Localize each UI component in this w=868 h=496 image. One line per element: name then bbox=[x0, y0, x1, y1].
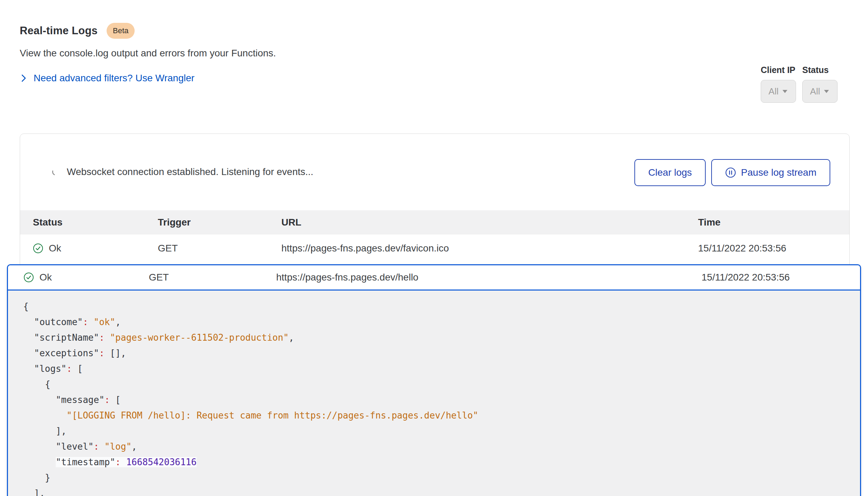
table-row-selected[interactable]: Ok GET https://pages-fns.pages.dev/hello… bbox=[8, 265, 860, 291]
column-header-url: URL bbox=[281, 217, 698, 228]
client-ip-filter-select[interactable]: All bbox=[761, 80, 796, 103]
wrangler-link[interactable]: Need advanced filters? Use Wrangler bbox=[20, 73, 276, 84]
row-status: Ok bbox=[49, 243, 61, 254]
code-line: } bbox=[23, 470, 860, 486]
row-time: 15/11/2022 20:53:56 bbox=[702, 272, 860, 283]
column-header-status: Status bbox=[33, 217, 158, 228]
pause-log-stream-label: Pause log stream bbox=[741, 167, 816, 178]
caret-down-icon bbox=[782, 89, 788, 94]
code-line: "outcome": "ok", bbox=[23, 314, 860, 330]
client-ip-filter-value: All bbox=[769, 86, 779, 97]
websocket-status-line: Websocket connection established. Listen… bbox=[52, 166, 313, 177]
caret-down-icon bbox=[823, 89, 830, 94]
clear-logs-label: Clear logs bbox=[648, 167, 692, 178]
beta-badge: Beta bbox=[107, 23, 135, 39]
row-trigger: GET bbox=[149, 272, 276, 283]
status-filter-value: All bbox=[810, 86, 820, 97]
code-line: "[LOGGING FROM /hello]: Request came fro… bbox=[23, 408, 860, 423]
row-url: https://pages-fns.pages.dev/favicon.ico bbox=[281, 243, 698, 254]
code-line: "timestamp": 1668542036116 bbox=[23, 454, 860, 470]
filters: Client IP All Status All bbox=[761, 65, 838, 103]
status-ok-icon bbox=[33, 243, 43, 254]
row-status: Ok bbox=[39, 272, 52, 283]
code-line: ], bbox=[23, 423, 860, 439]
wrangler-link-label: Need advanced filters? Use Wrangler bbox=[34, 73, 195, 84]
log-json-code: { "outcome": "ok", "scriptName": "pages-… bbox=[8, 291, 860, 496]
status-ok-icon bbox=[24, 272, 34, 283]
panel-buttons: Clear logs Pause log stream bbox=[634, 159, 830, 186]
code-line: "exceptions": [], bbox=[23, 346, 860, 361]
pause-icon bbox=[725, 167, 736, 178]
row-time: 15/11/2022 20:53:56 bbox=[698, 243, 849, 254]
code-line: ], bbox=[23, 486, 860, 496]
pause-log-stream-button[interactable]: Pause log stream bbox=[711, 159, 830, 186]
page-subtitle: View the console.log output and errors f… bbox=[20, 48, 276, 59]
page-title: Real-time Logs bbox=[20, 25, 98, 37]
spinner-icon bbox=[52, 168, 60, 176]
websocket-status-text: Websocket connection established. Listen… bbox=[67, 166, 313, 177]
code-line: { bbox=[23, 299, 860, 314]
column-header-trigger: Trigger bbox=[158, 217, 281, 228]
code-line: "scriptName": "pages-worker--611502-prod… bbox=[23, 330, 860, 346]
code-line: "level": "log", bbox=[23, 439, 860, 454]
code-line: { bbox=[23, 377, 860, 392]
row-trigger: GET bbox=[158, 243, 281, 254]
chevron-right-icon bbox=[20, 74, 27, 83]
table-row[interactable]: Ok GET https://pages-fns.pages.dev/favic… bbox=[20, 235, 849, 262]
expanded-log-entry: Ok GET https://pages-fns.pages.dev/hello… bbox=[7, 264, 861, 496]
column-header-time: Time bbox=[698, 217, 849, 228]
clear-logs-button[interactable]: Clear logs bbox=[634, 159, 706, 186]
code-line: "logs": [ bbox=[23, 361, 860, 377]
table-header: Status Trigger URL Time bbox=[20, 210, 849, 235]
client-ip-filter-label: Client IP bbox=[761, 65, 796, 75]
row-url: https://pages-fns.pages.dev/hello bbox=[276, 272, 702, 283]
code-line: "message": [ bbox=[23, 392, 860, 408]
page-header: Real-time Logs Beta View the console.log… bbox=[20, 23, 276, 84]
status-filter-select[interactable]: All bbox=[802, 80, 838, 103]
status-filter-label: Status bbox=[802, 65, 838, 75]
